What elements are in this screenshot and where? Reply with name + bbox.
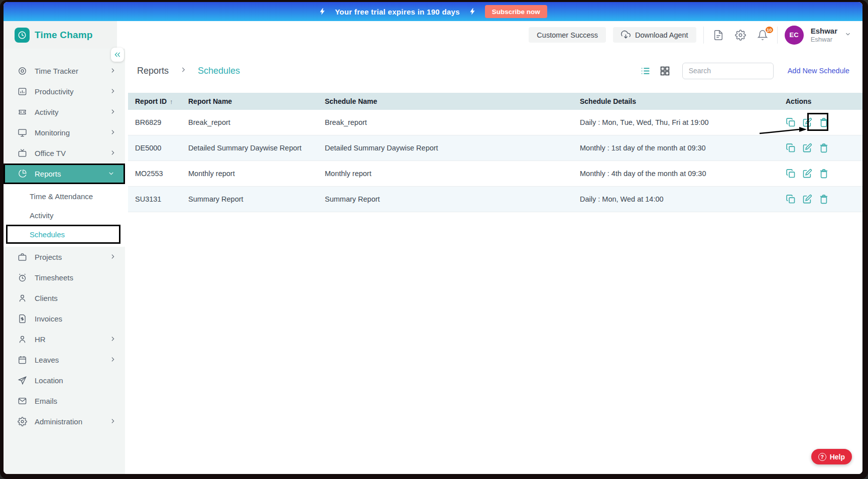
chevron-right-icon [109,335,116,344]
header-divider [777,27,778,44]
reports-submenu: Time & Attendance Activity Schedules [4,184,125,247]
copy-button[interactable] [786,169,796,179]
search-input[interactable] [682,63,774,79]
cell-report-id: BR6829 [135,118,188,126]
sidebar-item-administration[interactable]: Administration [4,411,125,432]
notifications-button[interactable]: 10 [755,28,770,43]
edit-button[interactable] [802,194,812,204]
double-chevron-left-icon [113,51,121,58]
cell-schedule-details: Daily : Mon, Tue, Wed, Thu, Fri at 19:00 [580,118,786,126]
lightning-icon [469,7,476,16]
copy-button[interactable] [786,117,796,127]
sidebar-item-monitoring[interactable]: Monitoring [4,122,125,143]
delete-button[interactable] [819,194,829,204]
edit-button[interactable] [802,117,812,127]
sidebar-item-hr[interactable]: HR [4,329,125,350]
row-actions [786,117,862,127]
table-row: MO2553 Monthly report Monthly report Mon… [128,161,862,187]
settings-button[interactable] [733,28,748,43]
sidebar-item-office-tv[interactable]: Office TV [4,143,125,164]
page-toolbar: Reports Schedules Add New Schedule [125,49,862,93]
ticket-icon [18,107,27,117]
sidebar-item-invoices[interactable]: Invoices [4,308,125,329]
delete-button[interactable] [819,117,829,127]
briefcase-icon [18,252,27,262]
list-view-button[interactable] [639,65,652,77]
submenu-item-activity[interactable]: Activity [4,206,125,225]
user-subtitle: Eshwar [811,36,837,44]
sidebar-item-reports[interactable]: Reports [4,164,125,184]
collapse-sidebar-button[interactable] [111,48,124,62]
cell-schedule-details: Daily : Mon, Wed at 14:00 [580,195,786,203]
cell-schedule-details: Monthly : 1st day of the month at 09:30 [580,144,786,152]
app-window: Your free trial expires in 190 days Subs… [0,0,868,479]
table-row: DE5000 Detailed Summary Daywise Report D… [128,135,862,161]
submenu-item-schedules[interactable]: Schedules [6,225,120,244]
help-button[interactable]: ? Help [811,449,852,464]
copy-icon [786,169,796,179]
column-header-schedule-name[interactable]: Schedule Name [325,97,580,105]
column-header-report-name[interactable]: Report Name [188,97,325,105]
sidebar-item-label: Activity [35,108,102,116]
table-row: BR6829 Break_report Break_report Daily :… [128,110,862,135]
download-agent-button[interactable]: Download Agent [613,27,696,43]
copy-button[interactable] [786,143,796,153]
column-header-schedule-details[interactable]: Schedule Details [580,97,786,105]
sidebar-item-productivity[interactable]: Productivity [4,81,125,102]
cell-schedule-name: Monthly report [325,170,580,178]
cell-schedule-name: Break_report [325,118,580,126]
cell-schedule-name: Detailed Summary Daywise Report [325,144,580,152]
column-header-report-id[interactable]: Report ID ↑ [135,97,188,105]
row-actions [786,169,862,179]
grid-view-icon [660,66,670,76]
cell-report-id: DE5000 [135,144,188,152]
sidebar-item-label: Time Tracker [35,67,102,75]
help-label: Help [830,453,845,461]
chevron-right-icon [109,149,116,157]
sidebar-item-time-tracker[interactable]: Time Tracker [4,61,125,81]
delete-button[interactable] [819,169,829,179]
grid-view-button[interactable] [659,65,671,77]
table-row: SU3131 Summary Report Summary Report Dai… [128,187,862,212]
trash-icon [819,194,829,204]
sidebar-item-label: Emails [35,397,116,405]
subscribe-now-button[interactable]: Subscribe now [485,5,547,18]
sidebar: Time Tracker Productivity Activity Monit… [4,49,125,474]
user-icon [18,293,27,303]
calendar-icon [18,355,27,365]
breadcrumb-reports[interactable]: Reports [137,66,169,76]
user-menu-caret[interactable] [844,31,851,40]
sidebar-item-leaves[interactable]: Leaves [4,350,125,370]
delete-button[interactable] [819,143,829,153]
brand-zone: Time Champ [4,21,117,49]
submenu-item-label: Schedules [30,230,65,239]
chevron-right-icon [109,67,116,75]
sidebar-item-activity[interactable]: Activity [4,102,125,122]
copy-button[interactable] [786,194,796,204]
edit-button[interactable] [802,169,812,179]
sidebar-item-projects[interactable]: Projects [4,247,125,267]
submenu-item-time-attendance[interactable]: Time & Attendance [4,187,125,206]
gear-icon [735,30,746,41]
reports-doc-button[interactable] [711,28,726,43]
chevron-down-icon [844,31,851,38]
customer-success-label: Customer Success [537,31,598,39]
edit-icon [802,169,812,179]
cell-schedule-name: Summary Report [325,195,580,203]
notification-badge: 10 [765,26,774,34]
edit-button[interactable] [802,143,812,153]
lightning-icon [319,7,326,16]
user-avatar[interactable]: EC [785,26,804,45]
sidebar-item-clients[interactable]: Clients [4,288,125,308]
download-agent-label: Download Agent [635,31,688,39]
row-actions [786,143,862,153]
customer-success-button[interactable]: Customer Success [529,27,606,43]
user-menu[interactable]: Eshwar Eshwar [811,27,837,44]
add-new-schedule-button[interactable]: Add New Schedule [788,67,849,75]
sidebar-item-location[interactable]: Location [4,370,125,391]
sidebar-item-label: Productivity [35,87,102,96]
cell-report-id: MO2553 [135,170,188,178]
bar-chart-icon [18,87,27,96]
sidebar-item-emails[interactable]: Emails [4,391,125,411]
sidebar-item-timesheets[interactable]: Timesheets [4,267,125,288]
